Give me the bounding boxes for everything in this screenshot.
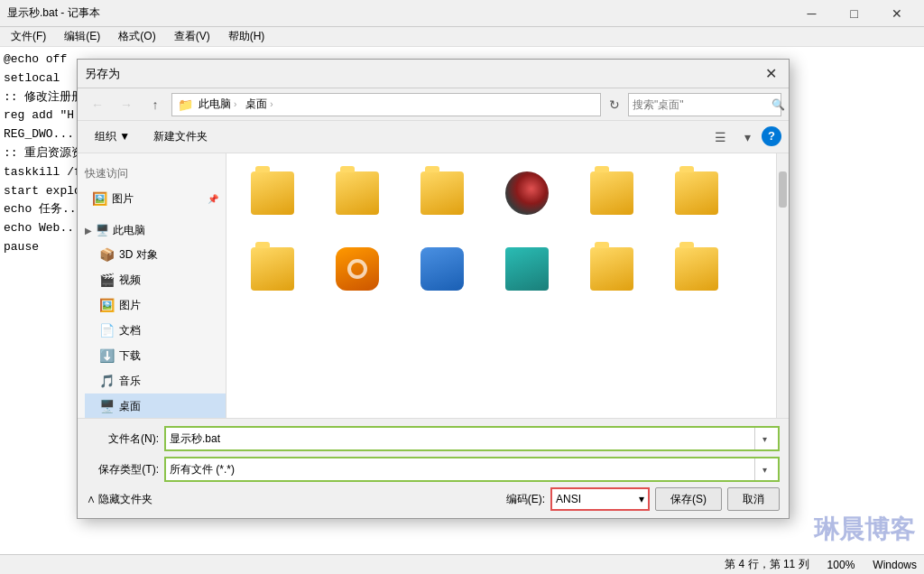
filename-label: 文件名(N):	[87, 431, 159, 447]
close-button[interactable]: ✕	[876, 4, 917, 23]
filename-input-wrap[interactable]: ▾	[164, 426, 780, 451]
refresh-button[interactable]: ↻	[605, 95, 624, 115]
sidebar-item-pictures-quick[interactable]: 🖼️ 图片 📌	[78, 186, 226, 211]
filetype-select-wrap[interactable]: 所有文件 (*.*) ▾	[164, 457, 780, 482]
music-label: 音乐	[119, 374, 141, 389]
encoding-value: ANSI	[556, 493, 635, 505]
sidebar-item-desktop[interactable]: 🖥️ 桌面	[85, 393, 226, 418]
sidebar: 快速访问 🖼️ 图片 📌 ▶ 🖥️ 此电脑 📦 3D 对象	[78, 153, 226, 418]
this-pc-label: 此电脑	[199, 97, 231, 112]
search-input[interactable]	[633, 98, 768, 111]
quick-access-header: 快速访问	[78, 161, 226, 186]
dialog-titlebar: 另存为 ✕	[78, 60, 789, 88]
desktop-sidebar-label: 桌面	[119, 399, 141, 414]
file-item-5[interactable]	[658, 161, 735, 228]
dialog-close-button[interactable]: ✕	[760, 63, 781, 85]
forward-button[interactable]: →	[114, 94, 139, 116]
sidebar-item-music[interactable]: 🎵 音乐	[85, 368, 226, 393]
help-button[interactable]: ?	[762, 126, 781, 146]
search-icon: 🔍	[772, 98, 785, 111]
file-item-0[interactable]	[234, 161, 310, 228]
scrollbar[interactable]	[776, 153, 789, 418]
filename-dropdown-arrow[interactable]: ▾	[754, 428, 774, 449]
sidebar-item-video[interactable]: 🎬 视频	[85, 267, 226, 292]
filetype-label: 保存类型(T):	[87, 462, 159, 477]
crumb-sep-1: ›	[234, 99, 236, 109]
file-item-10[interactable]	[573, 236, 650, 304]
sidebar-item-3d[interactable]: 📦 3D 对象	[85, 242, 226, 267]
menu-help[interactable]: 帮助(H)	[221, 27, 273, 46]
cursor-position: 第 4 行，第 11 列	[725, 557, 808, 572]
this-pc-section: ▶ 🖥️ 此电脑 📦 3D 对象 🎬 视频 🖼️ 图片	[78, 215, 226, 418]
encoding-select[interactable]: ANSI ▾	[550, 487, 650, 511]
file-view[interactable]	[226, 153, 776, 418]
pin-icon: 📌	[208, 194, 218, 204]
dialog-actionbar: 组织 ▼ 新建文件夹 ☰ ▾ ?	[78, 121, 789, 153]
organize-button[interactable]: 组织 ▼	[85, 125, 140, 149]
status-bar: 第 4 行，第 11 列 100% Windows	[0, 554, 924, 574]
window-title: 显示秒.bat - 记事本	[7, 5, 100, 21]
dialog-nav-bar: ← → ↑ 📁 此电脑 › 桌面 › ↻ 🔍	[78, 88, 789, 121]
filename-input[interactable]	[170, 432, 754, 445]
quick-access-section: 快速访问 🖼️ 图片 📌	[78, 157, 226, 215]
3d-icon: 📦	[99, 247, 114, 262]
breadcrumb-pc[interactable]: 此电脑 ›	[195, 95, 240, 114]
music-icon: 🎵	[99, 374, 114, 388]
pictures-quick-label: 图片	[112, 191, 134, 207]
file-item-7[interactable]	[319, 236, 395, 304]
menu-view[interactable]: 查看(V)	[167, 27, 217, 46]
maximize-button[interactable]: □	[834, 4, 874, 23]
filetype-dropdown-arrow[interactable]: ▾	[754, 458, 774, 480]
download-icon: ⬇️	[99, 348, 114, 363]
titlebar: 显示秒.bat - 记事本 ─ □ ✕	[0, 0, 924, 27]
pic-icon: 🖼️	[99, 298, 114, 312]
sidebar-item-downloads[interactable]: ⬇️ 下载	[85, 343, 226, 368]
this-pc-sidebar-label: 此电脑	[113, 223, 145, 238]
file-item-8[interactable]	[403, 236, 480, 304]
menu-bar: 文件(F) 编辑(E) 格式(O) 查看(V) 帮助(H)	[0, 27, 924, 47]
search-box[interactable]: 🔍	[628, 93, 781, 116]
save-button[interactable]: 保存(S)	[655, 487, 722, 511]
menu-file[interactable]: 文件(F)	[4, 27, 53, 46]
sidebar-item-docs[interactable]: 📄 文档	[85, 318, 226, 343]
breadcrumb-desktop[interactable]: 桌面 ›	[242, 95, 276, 114]
hide-folders-toggle[interactable]: ∧ 隐藏文件夹	[87, 492, 152, 507]
view-toggle-button[interactable]: ☰	[707, 126, 733, 148]
file-item-9[interactable]	[488, 236, 565, 304]
address-bar[interactable]: 📁 此电脑 › 桌面 ›	[171, 93, 601, 116]
file-item-4[interactable]	[573, 161, 650, 228]
filetype-value: 所有文件 (*.*)	[170, 462, 754, 477]
pictures-icon: 🖼️	[92, 191, 106, 206]
back-button[interactable]: ←	[85, 94, 110, 116]
desktop-icon: 🖥️	[99, 399, 114, 413]
menu-format[interactable]: 格式(O)	[111, 27, 162, 46]
sidebar-item-pictures[interactable]: 🖼️ 图片	[85, 292, 226, 318]
cancel-button[interactable]: 取消	[727, 487, 780, 511]
window-controls: ─ □ ✕	[791, 4, 917, 23]
new-folder-label: 新建文件夹	[153, 129, 208, 144]
dialog-bottom: 文件名(N): ▾ 保存类型(T): 所有文件 (*.*) ▾ ∧ 隐藏文件夹 …	[78, 418, 789, 518]
filetype-row: 保存类型(T): 所有文件 (*.*) ▾	[87, 457, 780, 482]
pic-label: 图片	[119, 298, 141, 313]
dialog-body: 快速访问 🖼️ 图片 📌 ▶ 🖥️ 此电脑 📦 3D 对象	[78, 153, 789, 418]
zoom-level: 100%	[827, 559, 855, 571]
video-label: 视频	[119, 273, 141, 288]
minimize-button[interactable]: ─	[791, 4, 832, 23]
file-item-11[interactable]	[658, 236, 735, 304]
view-dropdown-button[interactable]: ▾	[735, 126, 760, 148]
encoding-label: 编码(E):	[506, 492, 545, 507]
file-item-2[interactable]	[403, 161, 480, 228]
this-pc-header[interactable]: ▶ 🖥️ 此电脑	[78, 218, 226, 242]
file-item-6[interactable]	[234, 236, 310, 304]
watermark: 琳晨博客	[814, 513, 915, 547]
encoding-status: Windows	[873, 559, 917, 571]
new-folder-button[interactable]: 新建文件夹	[143, 125, 217, 149]
doc-icon: 📄	[99, 323, 114, 338]
file-item-1[interactable]	[319, 161, 395, 228]
menu-edit[interactable]: 编辑(E)	[57, 27, 107, 46]
up-button[interactable]: ↑	[143, 94, 168, 116]
crumb-sep-2: ›	[270, 99, 273, 109]
view-buttons: ☰ ▾ ?	[707, 126, 781, 148]
3d-label: 3D 对象	[119, 247, 158, 263]
file-item-3[interactable]	[488, 161, 565, 228]
